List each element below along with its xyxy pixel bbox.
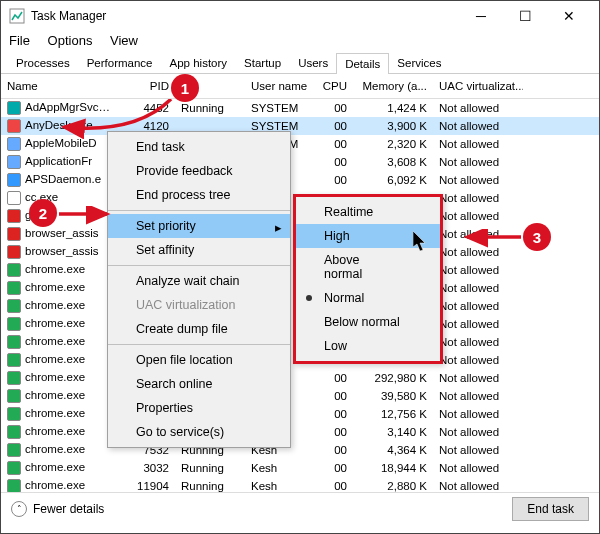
svg-marker-6: [413, 231, 425, 251]
context-menu[interactable]: End taskProvide feedbackEnd process tree…: [107, 131, 291, 448]
tab-services[interactable]: Services: [388, 52, 450, 73]
process-icon: [7, 263, 21, 277]
process-icon: [7, 281, 21, 295]
end-task-button[interactable]: End task: [512, 497, 589, 521]
table-header: Name PID tus User name CPU Memory (a... …: [1, 74, 599, 99]
col-uac[interactable]: UAC virtualizat...: [433, 78, 523, 94]
menu-item[interactable]: Open file location: [108, 348, 290, 372]
tab-app-history[interactable]: App history: [161, 52, 237, 73]
submenu-item[interactable]: Above normal: [296, 248, 440, 286]
arrow-2-icon: [57, 206, 117, 226]
priority-submenu[interactable]: RealtimeHighAbove normalNormalBelow norm…: [293, 194, 443, 364]
process-icon: [7, 371, 21, 385]
submenu-item[interactable]: Normal: [296, 286, 440, 310]
table-row[interactable]: chrome.exe2652RunningKesh003,140 KNot al…: [1, 423, 599, 441]
table-row[interactable]: chrome.exeKesh0039,580 KNot allowed: [1, 387, 599, 405]
process-icon: [7, 443, 21, 457]
process-icon: [7, 245, 21, 259]
process-icon: [7, 317, 21, 331]
process-icon: [7, 119, 21, 133]
menu-item[interactable]: UAC virtualization: [108, 293, 290, 317]
menu-file[interactable]: File: [9, 33, 30, 48]
fewer-label: Fewer details: [33, 502, 104, 516]
menu-item[interactable]: Go to service(s): [108, 420, 290, 444]
menu-item[interactable]: Set priority▸: [108, 214, 290, 238]
annotation-3: 3: [523, 223, 551, 251]
footer: ˄ Fewer details End task: [1, 492, 599, 525]
menu-item[interactable]: Set affinity: [108, 238, 290, 262]
menu-item[interactable]: End process tree: [108, 183, 290, 207]
annotation-2: 2: [29, 199, 57, 227]
menu-item[interactable]: Analyze wait chain: [108, 269, 290, 293]
col-mem[interactable]: Memory (a...: [353, 78, 433, 94]
table-row[interactable]: chrome.exeKesh00292,980 KNot allowed: [1, 369, 599, 387]
window-title: Task Manager: [31, 9, 459, 23]
menu-view[interactable]: View: [110, 33, 138, 48]
menu-item[interactable]: Provide feedback: [108, 159, 290, 183]
process-icon: [7, 191, 21, 205]
minimize-button[interactable]: ─: [459, 1, 503, 31]
app-icon: [9, 8, 25, 24]
process-icon: [7, 137, 21, 151]
tab-startup[interactable]: Startup: [235, 52, 290, 73]
table-row[interactable]: chrome.exe7532RunningKesh004,364 KNot al…: [1, 441, 599, 459]
tab-users[interactable]: Users: [289, 52, 337, 73]
process-icon: [7, 389, 21, 403]
process-icon: [7, 353, 21, 367]
close-button[interactable]: ✕: [547, 1, 591, 31]
table-row[interactable]: ApplicationFrKesh003,608 KNot allowed: [1, 153, 599, 171]
process-icon: [7, 209, 21, 223]
process-icon: [7, 407, 21, 421]
process-icon: [7, 335, 21, 349]
cursor-icon: [413, 231, 431, 253]
maximize-button[interactable]: ☐: [503, 1, 547, 31]
col-cpu[interactable]: CPU: [313, 78, 353, 94]
col-pid[interactable]: PID: [119, 78, 175, 94]
arrow-3-icon: [461, 229, 526, 249]
process-icon: [7, 101, 21, 115]
process-icon: [7, 155, 21, 169]
tab-processes[interactable]: Processes: [7, 52, 79, 73]
menu-item[interactable]: Properties: [108, 396, 290, 420]
arrow-1-icon: [56, 99, 176, 139]
process-icon: [7, 461, 21, 475]
process-icon: [7, 425, 21, 439]
process-icon: [7, 299, 21, 313]
menu-options[interactable]: Options: [48, 33, 93, 48]
process-icon: [7, 479, 21, 493]
chevron-up-icon: ˄: [11, 501, 27, 517]
submenu-item[interactable]: Below normal: [296, 310, 440, 334]
titlebar: Task Manager ─ ☐ ✕: [1, 1, 599, 31]
submenu-item[interactable]: Low: [296, 334, 440, 358]
submenu-item[interactable]: Realtime: [296, 200, 440, 224]
menu-item[interactable]: Search online: [108, 372, 290, 396]
annotation-1: 1: [171, 74, 199, 102]
table-row[interactable]: chrome.exe2960RunningKesh0012,756 KNot a…: [1, 405, 599, 423]
tab-performance[interactable]: Performance: [78, 52, 162, 73]
col-name[interactable]: Name: [1, 78, 119, 94]
menubar: File Options View: [1, 31, 599, 52]
table-row[interactable]: APSDaemon.eKesh006,092 KNot allowed: [1, 171, 599, 189]
process-icon: [7, 227, 21, 241]
process-icon: [7, 173, 21, 187]
col-user[interactable]: User name: [245, 78, 313, 94]
tab-details[interactable]: Details: [336, 53, 389, 74]
fewer-details-button[interactable]: ˄ Fewer details: [11, 501, 512, 517]
table-row[interactable]: chrome.exe3032RunningKesh0018,944 KNot a…: [1, 459, 599, 477]
menu-item[interactable]: Create dump file: [108, 317, 290, 341]
tabs: Processes Performance App history Startu…: [1, 52, 599, 74]
